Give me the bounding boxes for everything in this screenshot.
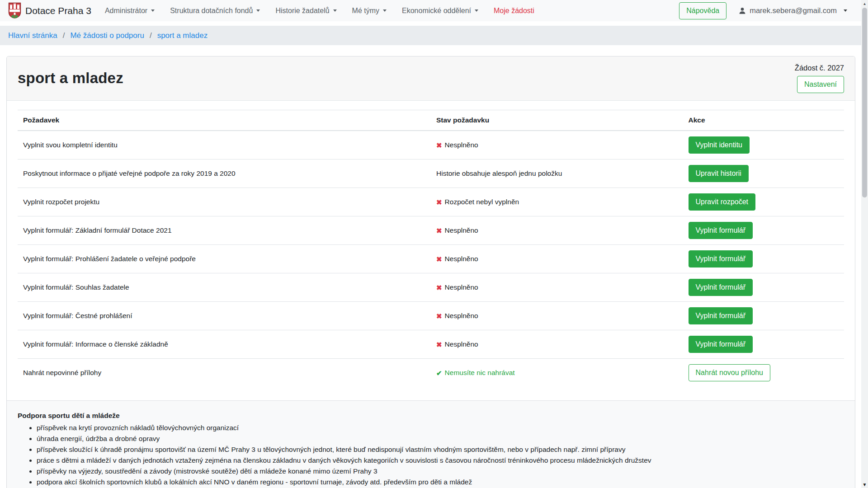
requirement-label: Vyplnit rozpočet projektu [23, 198, 99, 206]
status-cell-wrap: ✖Nesplněno [431, 216, 683, 245]
settings-button[interactable]: Nastavení [797, 76, 844, 93]
description-bullet: příspěvek sloužící k úhradě pronájmu spo… [37, 444, 844, 455]
scrollbar-thumb[interactable] [862, 8, 867, 197]
nav-item-label: Moje žádosti [494, 7, 534, 15]
nav-item-label: Historie žadatelů [275, 7, 329, 15]
scrollbar-down-icon[interactable]: ▼ [861, 481, 868, 488]
app-title: Dotace Praha 3 [25, 5, 91, 16]
status-cell-wrap: ✖Nesplněno [431, 245, 683, 273]
requirement-label: Vyplnit svou kompletní identitu [23, 141, 118, 149]
top-navbar: Dotace Praha 3 AdministrátorStruktura do… [0, 0, 868, 21]
description-title: Podpora sportu dětí a mládeže [18, 412, 844, 420]
status-text: Historie obsahuje alespoň jednu položku [436, 169, 562, 178]
chevron-down-icon [475, 9, 478, 12]
action-button-upravit-historii[interactable]: Upravit historii [689, 165, 749, 182]
program-description: Podpora sportu dětí a mládeže příspěvek … [7, 400, 855, 488]
description-bullet: podpora akcí školních sportovních klubů … [37, 477, 844, 488]
cross-icon: ✖ [436, 256, 442, 263]
requirement-cell: Nahrát nepovinné přílohy [18, 359, 431, 387]
action-button-vyplnit-formular[interactable]: Vyplnit formulář [689, 222, 753, 239]
action-button-vyplnit-formular[interactable]: Vyplnit formulář [689, 279, 753, 296]
requirement-cell: Vyplnit svou kompletní identitu [18, 131, 431, 160]
status-cell: ✔Nemusíte nic nahrávat [436, 369, 678, 377]
column-header-stav-pozadavku: Stav požadavku [431, 110, 683, 131]
nav-item-ekonomicke-oddeleni[interactable]: Ekonomické oddělení [402, 7, 478, 15]
action-cell: Vyplnit formulář [683, 302, 844, 330]
status-cell: ✖Nesplněno [436, 226, 678, 235]
action-cell: Vyplnit identitu [683, 131, 844, 160]
nav-item-label: Ekonomické oddělení [402, 7, 471, 15]
table-row: Vyplnit formulář: Základní formulář Dota… [18, 216, 844, 245]
table-row: Vyplnit formulář: Čestné prohlášení✖Nesp… [18, 302, 844, 330]
table-row: Vyplnit formulář: Souhlas žadatele✖Nespl… [18, 273, 844, 302]
user-icon [738, 7, 746, 15]
status-cell-wrap: ✖Nesplněno [431, 131, 683, 160]
requirement-cell: Vyplnit formulář: Informace o členské zá… [18, 330, 431, 359]
chevron-down-icon [844, 9, 847, 12]
scrollbar[interactable]: ▲ ▼ [861, 0, 868, 488]
action-button-vyplnit-formular[interactable]: Vyplnit formulář [689, 250, 753, 267]
status-cell-wrap: Historie obsahuje alespoň jednu položku [431, 160, 683, 188]
application-card: sport a mladez Žádost č. 2027 Nastavení … [6, 56, 855, 488]
cross-icon: ✖ [436, 341, 442, 348]
action-cell: Upravit historii [683, 160, 844, 188]
description-bullet: příspěvek na krytí provozních nákladů tě… [37, 422, 844, 433]
status-cell-wrap: ✖Nesplněno [431, 273, 683, 302]
column-header-akce: Akce [683, 110, 844, 131]
description-bullet: práce s dětmi a mládeží v daných jednotá… [37, 455, 844, 466]
app-brand[interactable]: Dotace Praha 3 [8, 2, 91, 19]
breadcrumb-item-hlavni-stranka[interactable]: Hlavní stránka [8, 31, 57, 40]
nav-items: AdministrátorStruktura dotačních fondůHi… [105, 7, 534, 15]
check-icon: ✔ [436, 370, 442, 376]
breadcrumb-item-sport-a-mladez[interactable]: sport a mladez [157, 31, 208, 40]
status-cell: ✖Rozpočet nebyl vyplněn [436, 198, 678, 206]
action-button-vyplnit-identitu[interactable]: Vyplnit identitu [689, 136, 750, 154]
status-text: Nesplněno [445, 141, 478, 149]
requirement-label: Vyplnit formulář: Informace o členské zá… [23, 340, 168, 348]
status-text: Nesplněno [445, 226, 478, 235]
nav-item-label: Administrátor [105, 7, 147, 15]
nav-item-me-tymy[interactable]: Mé týmy [352, 7, 387, 15]
requirements-table-head: PožadavekStav požadavkuAkce [18, 110, 844, 131]
table-header-row: PožadavekStav požadavkuAkce [18, 110, 844, 131]
status-text: Nesplněno [445, 340, 478, 348]
card-body: PožadavekStav požadavkuAkce Vyplnit svou… [7, 101, 855, 400]
requirement-label: Vyplnit formulář: Základní formulář Dota… [23, 226, 172, 234]
action-button-vyplnit-formular[interactable]: Vyplnit formulář [689, 336, 753, 353]
user-menu[interactable]: marek.sebera@gmail.com [738, 6, 847, 15]
requirement-cell: Poskytnout informace o přijaté veřejné p… [18, 160, 431, 188]
description-bullet: úhrada energií, údržba a drobné opravy [37, 433, 844, 444]
help-button[interactable]: Nápověda [679, 2, 726, 19]
action-button-nahrat-novou-prilohu[interactable]: Nahrát novou přílohu [689, 364, 770, 381]
scrollbar-up-icon[interactable]: ▲ [861, 0, 868, 7]
card-header: sport a mladez Žádost č. 2027 Nastavení [7, 56, 855, 101]
praha3-coat-of-arms-logo [8, 2, 21, 19]
status-cell-wrap: ✖Nesplněno [431, 330, 683, 359]
status-cell-wrap: ✖Nesplněno [431, 302, 683, 330]
nav-item-moje-zadosti[interactable]: Moje žádosti [494, 7, 534, 15]
action-cell: Nahrát novou přílohu [683, 359, 844, 387]
status-cell: ✖Nesplněno [436, 283, 678, 291]
table-row: Vyplnit formulář: Informace o členské zá… [18, 330, 844, 359]
chevron-down-icon [333, 9, 337, 12]
requirement-cell: Vyplnit formulář: Prohlášení žadatele o … [18, 245, 431, 273]
status-cell: ✖Nesplněno [436, 312, 678, 320]
table-row: Vyplnit rozpočet projektu✖Rozpočet nebyl… [18, 188, 844, 216]
action-cell: Upravit rozpočet [683, 188, 844, 216]
requirement-cell: Vyplnit formulář: Čestné prohlášení [18, 302, 431, 330]
requirement-label: Poskytnout informace o přijaté veřejné p… [23, 169, 236, 177]
breadcrumb-item-me-zadosti-o-podporu[interactable]: Mé žádosti o podporu [70, 31, 144, 40]
status-cell: ✖Nesplněno [436, 255, 678, 263]
description-bullet: příspěvky na výjezdy, soustředění a závo… [37, 466, 844, 477]
table-row: Nahrát nepovinné přílohy✔Nemusíte nic na… [18, 359, 844, 387]
action-button-vyplnit-formular[interactable]: Vyplnit formulář [689, 307, 753, 324]
cross-icon: ✖ [436, 199, 442, 206]
action-button-upravit-rozpocet[interactable]: Upravit rozpočet [689, 193, 756, 211]
status-text: Nesplněno [445, 312, 478, 320]
nav-item-struktura-dotacnich-fondu[interactable]: Struktura dotačních fondů [170, 7, 260, 15]
status-cell: ✖Nesplněno [436, 340, 678, 348]
table-row: Vyplnit formulář: Prohlášení žadatele o … [18, 245, 844, 273]
nav-item-historie-zadatelu[interactable]: Historie žadatelů [275, 7, 336, 15]
status-cell-wrap: ✔Nemusíte nic nahrávat [431, 359, 683, 387]
nav-item-administrator[interactable]: Administrátor [105, 7, 155, 15]
